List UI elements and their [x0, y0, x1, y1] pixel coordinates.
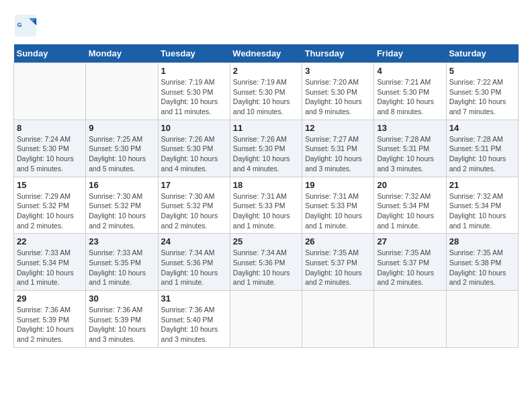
day-info: Sunrise: 7:36 AMSunset: 5:40 PMDaylight:… [161, 306, 218, 343]
day-info: Sunrise: 7:28 AMSunset: 5:31 PMDaylight:… [449, 135, 506, 173]
day-info: Sunrise: 7:30 AMSunset: 5:32 PMDaylight:… [89, 192, 146, 230]
calendar-cell [86, 63, 158, 120]
day-number: 21 [449, 180, 515, 190]
day-info: Sunrise: 7:19 AMSunset: 5:30 PMDaylight:… [161, 78, 218, 116]
day-info: Sunrise: 7:26 AMSunset: 5:30 PMDaylight:… [161, 135, 218, 173]
day-number: 12 [305, 123, 371, 133]
day-info: Sunrise: 7:19 AMSunset: 5:30 PMDaylight:… [233, 78, 290, 116]
day-number: 23 [89, 236, 154, 246]
svg-text:G: G [17, 21, 21, 28]
weekday-header-friday: Friday [374, 44, 446, 63]
day-info: Sunrise: 7:27 AMSunset: 5:31 PMDaylight:… [305, 135, 362, 173]
day-number: 14 [449, 123, 515, 133]
day-info: Sunrise: 7:26 AMSunset: 5:30 PMDaylight:… [233, 135, 290, 173]
day-info: Sunrise: 7:20 AMSunset: 5:30 PMDaylight:… [305, 78, 362, 116]
day-number: 4 [377, 66, 443, 76]
logo-icon: G [13, 13, 38, 38]
day-number: 18 [233, 180, 299, 190]
calendar-cell: 27 Sunrise: 7:35 AMSunset: 5:37 PMDaylig… [374, 234, 446, 291]
day-number: 5 [449, 66, 515, 76]
calendar-cell: 30 Sunrise: 7:36 AMSunset: 5:39 PMDaylig… [86, 291, 158, 348]
day-number: 30 [89, 293, 154, 304]
day-info: Sunrise: 7:30 AMSunset: 5:32 PMDaylight:… [161, 192, 218, 230]
day-number: 29 [17, 293, 83, 304]
calendar-cell: 1 Sunrise: 7:19 AMSunset: 5:30 PMDayligh… [158, 63, 230, 120]
day-number: 22 [17, 236, 83, 246]
logo: G [13, 13, 40, 38]
calendar-cell [302, 291, 374, 348]
day-info: Sunrise: 7:33 AMSunset: 5:34 PMDaylight:… [17, 248, 74, 286]
day-number: 17 [161, 180, 227, 190]
calendar-cell [230, 291, 302, 348]
calendar-cell: 21 Sunrise: 7:32 AMSunset: 5:34 PMDaylig… [446, 177, 518, 234]
calendar-cell: 13 Sunrise: 7:28 AMSunset: 5:31 PMDaylig… [374, 120, 446, 177]
weekday-header-sunday: Sunday [14, 44, 86, 63]
day-info: Sunrise: 7:24 AMSunset: 5:30 PMDaylight:… [17, 135, 74, 173]
day-info: Sunrise: 7:21 AMSunset: 5:30 PMDaylight:… [377, 78, 434, 116]
day-number: 31 [161, 293, 227, 304]
day-info: Sunrise: 7:32 AMSunset: 5:34 PMDaylight:… [377, 192, 434, 230]
calendar-cell: 16 Sunrise: 7:30 AMSunset: 5:32 PMDaylig… [86, 177, 158, 234]
day-info: Sunrise: 7:22 AMSunset: 5:30 PMDaylight:… [449, 78, 506, 116]
calendar-cell: 2 Sunrise: 7:19 AMSunset: 5:30 PMDayligh… [230, 63, 302, 120]
calendar-cell: 26 Sunrise: 7:35 AMSunset: 5:37 PMDaylig… [302, 234, 374, 291]
calendar-week-row: 15 Sunrise: 7:29 AMSunset: 5:32 PMDaylig… [14, 177, 519, 234]
calendar-cell: 24 Sunrise: 7:34 AMSunset: 5:36 PMDaylig… [158, 234, 230, 291]
day-number: 28 [449, 236, 515, 246]
calendar-cell: 14 Sunrise: 7:28 AMSunset: 5:31 PMDaylig… [446, 120, 518, 177]
day-number: 27 [377, 236, 443, 246]
day-number: 20 [377, 180, 443, 190]
day-number: 10 [161, 123, 227, 133]
calendar-week-row: 22 Sunrise: 7:33 AMSunset: 5:34 PMDaylig… [14, 234, 519, 291]
weekday-header-thursday: Thursday [302, 44, 374, 63]
day-info: Sunrise: 7:34 AMSunset: 5:36 PMDaylight:… [161, 248, 218, 286]
day-info: Sunrise: 7:35 AMSunset: 5:38 PMDaylight:… [449, 248, 506, 286]
calendar-cell: 10 Sunrise: 7:26 AMSunset: 5:30 PMDaylig… [158, 120, 230, 177]
day-info: Sunrise: 7:33 AMSunset: 5:35 PMDaylight:… [89, 248, 146, 286]
calendar-cell: 19 Sunrise: 7:31 AMSunset: 5:33 PMDaylig… [302, 177, 374, 234]
calendar-cell: 9 Sunrise: 7:25 AMSunset: 5:30 PMDayligh… [86, 120, 158, 177]
calendar-cell: 4 Sunrise: 7:21 AMSunset: 5:30 PMDayligh… [374, 63, 446, 120]
weekday-header-monday: Monday [86, 44, 158, 63]
calendar-cell: 5 Sunrise: 7:22 AMSunset: 5:30 PMDayligh… [446, 63, 518, 120]
day-info: Sunrise: 7:28 AMSunset: 5:31 PMDaylight:… [377, 135, 434, 173]
day-number: 11 [233, 123, 299, 133]
calendar-week-row: 29 Sunrise: 7:36 AMSunset: 5:39 PMDaylig… [14, 291, 519, 348]
day-number: 25 [233, 236, 299, 246]
day-number: 8 [17, 123, 83, 133]
day-number: 16 [89, 180, 154, 190]
day-number: 13 [377, 123, 443, 133]
day-number: 24 [161, 236, 227, 246]
day-number: 9 [89, 123, 154, 133]
calendar-cell [14, 63, 86, 120]
calendar-cell [374, 291, 446, 348]
day-info: Sunrise: 7:25 AMSunset: 5:30 PMDaylight:… [89, 135, 146, 173]
weekday-header-saturday: Saturday [446, 44, 518, 63]
calendar-header-row: SundayMondayTuesdayWednesdayThursdayFrid… [14, 44, 519, 63]
calendar-cell: 8 Sunrise: 7:24 AMSunset: 5:30 PMDayligh… [14, 120, 86, 177]
calendar-week-row: 1 Sunrise: 7:19 AMSunset: 5:30 PMDayligh… [14, 63, 519, 120]
calendar-cell: 18 Sunrise: 7:31 AMSunset: 5:33 PMDaylig… [230, 177, 302, 234]
calendar-cell: 28 Sunrise: 7:35 AMSunset: 5:38 PMDaylig… [446, 234, 518, 291]
calendar-cell: 29 Sunrise: 7:36 AMSunset: 5:39 PMDaylig… [14, 291, 86, 348]
calendar-cell: 12 Sunrise: 7:27 AMSunset: 5:31 PMDaylig… [302, 120, 374, 177]
calendar-cell [446, 291, 518, 348]
calendar-cell: 22 Sunrise: 7:33 AMSunset: 5:34 PMDaylig… [14, 234, 86, 291]
day-number: 19 [305, 180, 371, 190]
day-number: 26 [305, 236, 371, 246]
day-info: Sunrise: 7:32 AMSunset: 5:34 PMDaylight:… [449, 192, 506, 230]
day-info: Sunrise: 7:35 AMSunset: 5:37 PMDaylight:… [377, 248, 434, 286]
calendar-cell: 23 Sunrise: 7:33 AMSunset: 5:35 PMDaylig… [86, 234, 158, 291]
day-info: Sunrise: 7:36 AMSunset: 5:39 PMDaylight:… [17, 306, 74, 343]
calendar-cell: 31 Sunrise: 7:36 AMSunset: 5:40 PMDaylig… [158, 291, 230, 348]
day-info: Sunrise: 7:29 AMSunset: 5:32 PMDaylight:… [17, 192, 74, 230]
calendar-table: SundayMondayTuesdayWednesdayThursdayFrid… [13, 44, 519, 348]
calendar-week-row: 8 Sunrise: 7:24 AMSunset: 5:30 PMDayligh… [14, 120, 519, 177]
weekday-header-wednesday: Wednesday [230, 44, 302, 63]
calendar-cell: 25 Sunrise: 7:34 AMSunset: 5:36 PMDaylig… [230, 234, 302, 291]
day-number: 3 [305, 66, 371, 76]
day-info: Sunrise: 7:34 AMSunset: 5:36 PMDaylight:… [233, 248, 290, 286]
day-info: Sunrise: 7:31 AMSunset: 5:33 PMDaylight:… [305, 192, 362, 230]
day-info: Sunrise: 7:36 AMSunset: 5:39 PMDaylight:… [89, 306, 146, 343]
day-number: 2 [233, 66, 299, 76]
